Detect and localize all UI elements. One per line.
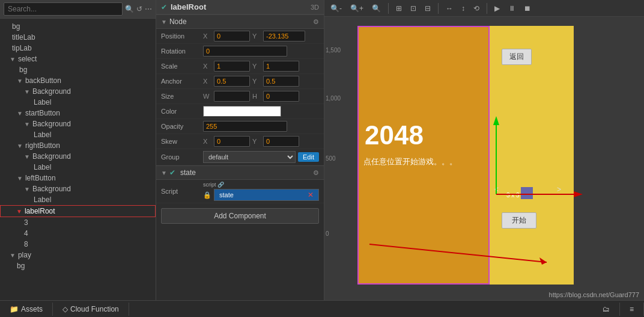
group-select[interactable]: default [203,151,296,163]
node-section-header[interactable]: ▼ Node ⚙ [156,14,324,29]
tree-item-background4[interactable]: ▼Background [0,183,156,194]
canvas-tap-text: 点任意位置开始游戏。。。 [363,156,457,167]
tree-item-select[interactable]: ▼select [0,54,156,64]
scale-x-input[interactable] [214,61,250,72]
anchor-label: Anchor [161,78,203,85]
settings-icon[interactable]: ⋯ [145,5,152,13]
canvas-node [521,187,533,199]
x-axis-label: X [203,32,211,40]
group-edit-button[interactable]: Edit [298,152,319,162]
size-h-input[interactable] [263,91,299,102]
tree-item-n4[interactable]: 4 [0,228,156,239]
tree-item-bg7[interactable]: bg [0,260,156,271]
tree-item-bg1[interactable]: bg [0,21,156,32]
assets-tab[interactable]: 📁 Assets [0,303,53,316]
size-w-label: W [203,93,211,100]
rotate-button[interactable]: ⟲ [471,3,482,14]
color-picker[interactable] [203,106,281,117]
node-section-gear[interactable]: ⚙ [313,18,319,26]
search-icon[interactable]: 🔍 [125,5,134,13]
stop-button[interactable]: ⏹ [521,3,533,14]
tree-item-n3[interactable]: 3 [0,217,156,228]
grid-button[interactable]: ⊞ [393,3,404,14]
skew-label: Skew [161,138,203,145]
tree-item-bg2[interactable]: bg [0,64,156,75]
grid-label-1000: 1,000 [326,95,341,102]
rotation-label: Rotation [161,48,203,55]
tree-item-background3[interactable]: ▼Background [0,151,156,162]
layout-button[interactable]: ⊟ [422,3,433,14]
tree-item-n8[interactable]: 8 [0,239,156,250]
arrow-icon: ▼ [16,208,22,215]
canvas-node-label: 3 x 3 [506,192,520,199]
tree-item-labelRoot[interactable]: ▼labelRoot [0,205,156,217]
fit-button[interactable]: ⊡ [408,3,419,14]
canvas-viewport: 2048 点任意位置开始游戏。。。 [357,26,490,285]
state-section-title: state [180,168,311,177]
add-component-button[interactable]: Add Component [161,208,319,224]
align-h-button[interactable]: ↔ [443,3,455,14]
bottom-icon1[interactable]: 🗂 [593,303,620,316]
cloud-function-tab[interactable]: ◇ Cloud Function [53,303,129,316]
tree-item-tipLab[interactable]: tipLab [0,43,156,54]
tree-item-leftButton[interactable]: ▼leftButton [0,173,156,183]
prop-skew: Skew X Y [156,134,324,149]
tree-item-label4[interactable]: Label [0,194,156,205]
scene-tree: bg titleLab tipLab ▼select bg ▼backButto… [0,19,156,300]
size-w-input[interactable] [214,91,250,102]
canvas-right-arrow-label: > [557,185,561,194]
tree-item-label3[interactable]: Label [0,162,156,173]
position-label: Position [161,32,203,40]
tree-item-rightButton[interactable]: ▼rightButton [0,140,156,151]
anchor-y-input[interactable] [263,76,299,87]
skew-y-input[interactable] [263,136,299,147]
tree-item-startButton[interactable]: ▼startButton [0,108,156,118]
grid-label-0: 0 [326,230,329,237]
rotation-input[interactable] [203,46,287,57]
bottom-bar: 📁 Assets ◇ Cloud Function 🗂 ≡ [0,300,644,317]
tree-item-play[interactable]: ▼play [0,250,156,260]
pause-button[interactable]: ⏸ [506,3,518,14]
node-section-title: Node [169,17,311,26]
tree-item-background2[interactable]: ▼Background [0,118,156,129]
tree-item-label2[interactable]: Label [0,129,156,140]
left-panel: 🔍 ↺ ⋯ bg titleLab tipLab ▼select bg ▼bac… [0,0,156,300]
refresh-icon[interactable]: ↺ [136,5,142,13]
tree-item-label1[interactable]: Label [0,97,156,108]
search-input[interactable] [4,2,123,16]
zoom-out-button[interactable]: 🔍- [328,3,344,14]
zoom-in-button[interactable]: 🔍+ [348,3,366,14]
anchor-x-label: X [203,78,211,85]
bottom-icon2[interactable]: ≡ [620,303,644,316]
scale-y-input[interactable] [263,61,299,72]
align-v-button[interactable]: ↕ [459,3,467,14]
inspector-panel: ✔ labelRoot 3D ▼ Node ⚙ Position X Y Rot… [156,0,324,300]
arrow-icon: ▼ [17,143,23,149]
canvas-panel: 🔍- 🔍+ 🔍 ⊞ ⊡ ⊟ ↔ ↕ ⟲ ▶ ⏸ ⏹ 1,500 1,000 50… [324,0,644,300]
prop-color: Color [156,104,324,119]
anchor-x-input[interactable] [214,76,250,87]
badge-3d: 3D [311,4,319,11]
arrow-icon: ▼ [17,78,23,84]
inspector-header: ✔ labelRoot 3D [156,0,324,14]
folder-icon: 🗂 [603,305,610,313]
script-remove-button[interactable]: ✕ [308,191,314,199]
return-button[interactable]: 返回 [502,49,532,65]
script-value-box[interactable]: state ✕ [214,189,319,201]
start-button[interactable]: 开始 [502,212,536,229]
skew-x-input[interactable] [214,136,250,147]
prop-rotation: Rotation [156,44,324,59]
zoom-reset-button[interactable]: 🔍 [369,3,383,14]
size-label: Size [161,93,203,100]
tree-item-titleLab[interactable]: titleLab [0,32,156,43]
opacity-input[interactable]: 255 [203,121,287,132]
canvas-label-2048: 2048 [365,120,424,150]
tree-item-background1[interactable]: ▼Background [0,86,156,97]
position-y-input[interactable] [263,31,305,42]
position-x-input[interactable] [214,31,250,42]
state-section-gear[interactable]: ⚙ [313,169,319,177]
tree-item-backButton[interactable]: ▼backButton [0,75,156,86]
play-button[interactable]: ▶ [492,3,502,14]
menu-icon: ≡ [630,305,634,313]
state-section-header[interactable]: ▼ ✔ state ⚙ [156,165,324,180]
